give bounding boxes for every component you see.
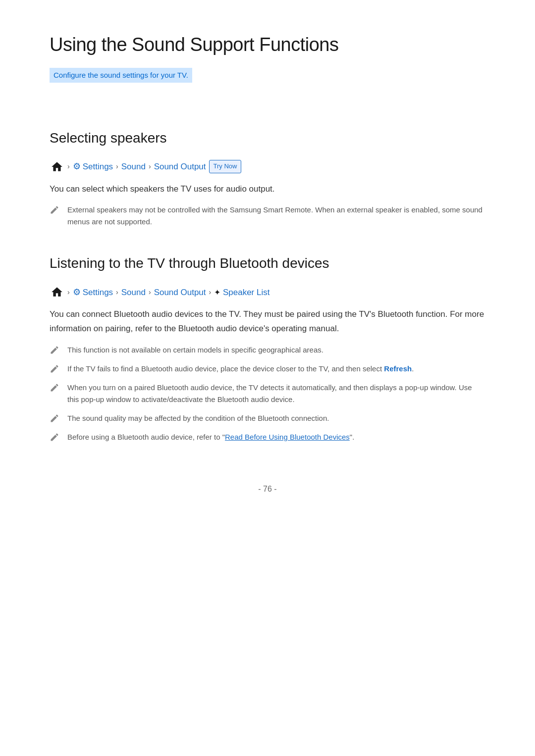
pencil-icon bbox=[50, 205, 60, 216]
note-text-4: The sound quality may be affected by the… bbox=[67, 412, 485, 424]
nav-settings-2: ⚙ Settings bbox=[73, 285, 113, 300]
section2-title: Listening to the TV through Bluetooth de… bbox=[50, 252, 485, 275]
note-item-3: When you turn on a paired Bluetooth audi… bbox=[50, 382, 485, 405]
note-item-5: Before using a Bluetooth audio device, r… bbox=[50, 431, 485, 443]
section1-title: Selecting speakers bbox=[50, 127, 485, 150]
note-text-3: When you turn on a paired Bluetooth audi… bbox=[67, 382, 485, 405]
nav-sound-output-2: Sound Output bbox=[154, 286, 206, 299]
pencil-icon-1 bbox=[50, 345, 60, 356]
gear-icon-1: ⚙ bbox=[73, 159, 81, 174]
page-number: - 76 - bbox=[50, 483, 485, 496]
home-icon-2 bbox=[50, 285, 64, 300]
chevron-icon-5: › bbox=[116, 287, 118, 298]
chevron-icon-1: › bbox=[67, 161, 70, 172]
note-item-4: The sound quality may be affected by the… bbox=[50, 412, 485, 424]
note-item-2: If the TV fails to find a Bluetooth audi… bbox=[50, 363, 485, 375]
chevron-icon-6: › bbox=[149, 287, 151, 298]
nav-speaker-list: ✦ Speaker List bbox=[214, 286, 269, 299]
subtitle-text: Configure the sound settings for your TV… bbox=[50, 68, 192, 83]
note-text-5: Before using a Bluetooth audio device, r… bbox=[67, 431, 485, 443]
refresh-link[interactable]: Refresh bbox=[384, 364, 412, 373]
note-item-1: This function is not available on certai… bbox=[50, 344, 485, 356]
page-title: Using the Sound Support Functions bbox=[50, 30, 485, 60]
section1-body: You can select which speakers the TV use… bbox=[50, 182, 485, 197]
bluetooth-icon: ✦ bbox=[214, 288, 220, 297]
bluetooth-devices-link[interactable]: Read Before Using Bluetooth Devices bbox=[225, 433, 350, 441]
note-text-2: If the TV fails to find a Bluetooth audi… bbox=[67, 363, 485, 375]
note-text-1: This function is not available on certai… bbox=[67, 344, 485, 356]
pencil-icon-4 bbox=[50, 413, 60, 424]
nav-sound-output-1: Sound Output bbox=[154, 160, 206, 173]
section2-body: You can connect Bluetooth audio devices … bbox=[50, 307, 485, 336]
nav-settings-1: ⚙ Settings bbox=[73, 159, 113, 174]
nav-path-2: › ⚙ Settings › Sound › Sound Output › ✦ … bbox=[50, 285, 485, 300]
pencil-icon-5 bbox=[50, 432, 60, 443]
chevron-icon-7: › bbox=[209, 287, 212, 298]
nav-sound-1: Sound bbox=[121, 160, 146, 173]
gear-icon-2: ⚙ bbox=[73, 285, 81, 300]
try-now-badge[interactable]: Try Now bbox=[209, 160, 242, 173]
chevron-icon-4: › bbox=[67, 287, 70, 298]
nav-path-1: › ⚙ Settings › Sound › Sound Output Try … bbox=[50, 159, 485, 174]
note-text: External speakers may not be controlled … bbox=[67, 204, 485, 228]
pencil-icon-3 bbox=[50, 383, 60, 394]
chevron-icon-3: › bbox=[149, 161, 151, 172]
section1-notes: External speakers may not be controlled … bbox=[50, 204, 485, 228]
chevron-icon-2: › bbox=[116, 161, 118, 172]
home-icon bbox=[50, 159, 64, 174]
nav-sound-2: Sound bbox=[121, 286, 146, 299]
note-item: External speakers may not be controlled … bbox=[50, 204, 485, 228]
section2-notes: This function is not available on certai… bbox=[50, 344, 485, 443]
pencil-icon-2 bbox=[50, 364, 60, 375]
